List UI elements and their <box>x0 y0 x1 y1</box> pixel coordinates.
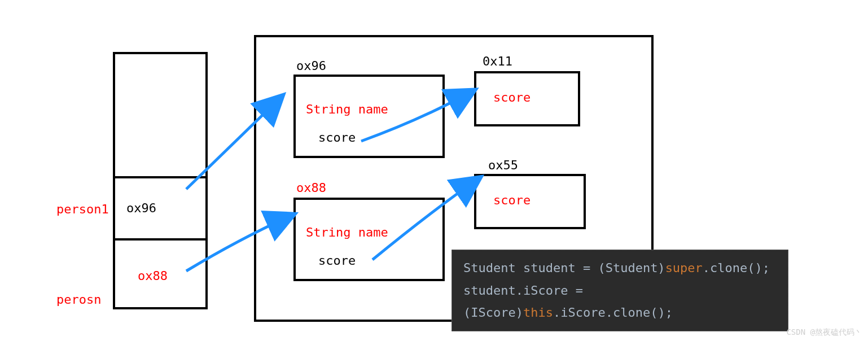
addr-ox88: ox88 <box>296 181 326 195</box>
stack-label-person1: person1 <box>56 202 109 216</box>
stack-value-person: ox88 <box>138 269 168 283</box>
code-line-1: Student student = (Student)super.clone()… <box>463 257 777 279</box>
obj2-field-score: score <box>318 253 356 268</box>
score1-field: score <box>493 90 531 104</box>
stack-label-person: perosn <box>56 292 101 307</box>
obj-ox96: String name score <box>293 75 445 158</box>
obj-ox88: String name score <box>293 198 445 281</box>
addr-ox96: ox96 <box>296 59 326 73</box>
obj1-field-name: String name <box>306 102 388 116</box>
obj-0x11: score <box>474 71 580 126</box>
code-snippet: Student student = (Student)super.clone()… <box>451 250 788 331</box>
stack-value-person1: ox96 <box>126 201 156 215</box>
stack-cell-person1: ox96 <box>113 176 208 243</box>
score2-field: score <box>493 193 531 207</box>
stack-cell-person: ox88 <box>113 238 208 309</box>
obj1-field-score: score <box>318 130 356 145</box>
addr-0x11: 0x11 <box>483 54 512 68</box>
obj2-field-name: String name <box>306 225 388 239</box>
obj-ox55: score <box>474 174 586 229</box>
code-line-2: student.iScore = (IScore)this.iScore.clo… <box>463 279 777 324</box>
stack-cell-empty <box>113 52 208 181</box>
addr-ox55: ox55 <box>488 158 518 172</box>
watermark: CSDN @熬夜磕代码丶 <box>786 327 862 338</box>
